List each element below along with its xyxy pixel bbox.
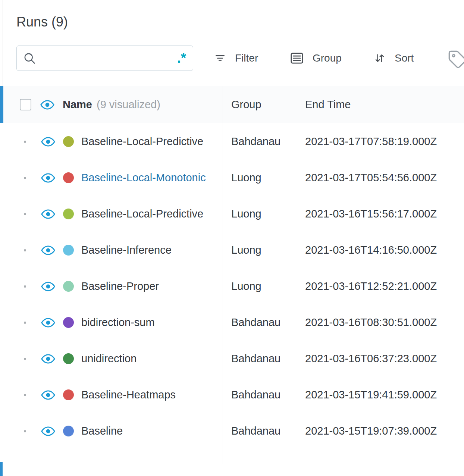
column-header-group[interactable]: Group: [231, 86, 261, 123]
run-group-cell: Luong: [231, 160, 261, 196]
run-color-dot[interactable]: [63, 317, 74, 328]
run-color-dot[interactable]: [63, 136, 74, 147]
run-end-time-cell: 2021-03-16T14:16:50.000Z: [305, 232, 437, 268]
run-end-time-cell: 2021-03-16T12:52:21.000Z: [305, 268, 437, 304]
table-row: Baseline-Proper Luong 2021-03-16T12:52:2…: [0, 268, 464, 304]
table-row: Baseline-Inference Luong 2021-03-16T14:1…: [0, 232, 464, 268]
run-visibility-eye-icon[interactable]: [41, 136, 55, 147]
search-input[interactable]: [41, 52, 176, 64]
group-button[interactable]: Group: [290, 46, 342, 71]
toggle-all-visibility-eye-icon[interactable]: [40, 99, 54, 110]
drag-handle-icon[interactable]: [24, 141, 26, 143]
run-name[interactable]: bidirection-sum: [81, 304, 155, 341]
group-label: Group: [313, 52, 342, 64]
search-box: .*: [16, 46, 193, 71]
header-column-divider: [296, 88, 296, 121]
drag-handle-icon[interactable]: [24, 249, 26, 251]
run-color-dot[interactable]: [63, 389, 74, 400]
run-group-cell: Luong: [231, 196, 261, 232]
run-end-time-cell: 2021-03-17T05:54:56.000Z: [305, 160, 437, 196]
run-group-cell: Luong: [231, 268, 261, 304]
group-icon: [290, 52, 304, 64]
visualized-count-note: (9 visualized): [97, 98, 160, 111]
run-name[interactable]: Baseline-Local-Predictive: [81, 123, 203, 160]
run-group-cell: Bahdanau: [231, 123, 280, 160]
tag-icon: [448, 50, 464, 69]
run-end-time-cell: 2021-03-15T19:07:39.000Z: [305, 413, 437, 449]
run-visibility-eye-icon[interactable]: [41, 389, 55, 401]
run-end-time-cell: 2021-03-16T15:56:17.000Z: [305, 196, 437, 232]
filter-icon: [214, 52, 226, 64]
run-name[interactable]: Baseline-Local-Predictive: [81, 196, 203, 232]
run-color-dot[interactable]: [63, 281, 74, 292]
sort-icon: [374, 52, 386, 64]
run-color-dot[interactable]: [63, 245, 74, 256]
table-row: Baseline-Local-Predictive Bahdanau 2021-…: [0, 123, 464, 160]
run-end-time-cell: 2021-03-16T06:37:23.000Z: [305, 341, 437, 377]
run-visibility-eye-icon[interactable]: [41, 281, 55, 292]
drag-handle-icon[interactable]: [24, 177, 26, 179]
run-name[interactable]: unidirection: [81, 341, 137, 377]
table-body: Baseline-Local-Predictive Bahdanau 2021-…: [0, 123, 464, 449]
run-group-cell: Bahdanau: [231, 304, 280, 341]
sort-label: Sort: [395, 52, 414, 64]
drag-handle-icon[interactable]: [24, 394, 26, 396]
column-header-name[interactable]: Name (9 visualized): [63, 86, 160, 123]
run-name[interactable]: Baseline-Heatmaps: [81, 377, 176, 413]
run-visibility-eye-icon[interactable]: [41, 317, 55, 328]
run-color-dot[interactable]: [63, 209, 74, 219]
table-row: Baseline-Local-Monotonic Luong 2021-03-1…: [0, 160, 464, 196]
table-row: bidirection-sum Bahdanau 2021-03-16T08:3…: [0, 304, 464, 341]
sort-button[interactable]: Sort: [374, 46, 414, 71]
runs-panel: Runs (9) .* Filter: [0, 0, 464, 476]
search-icon: [23, 51, 36, 65]
column-header-end-time[interactable]: End Time: [305, 86, 351, 123]
filter-label: Filter: [235, 52, 258, 64]
drag-handle-icon[interactable]: [24, 430, 26, 432]
run-visibility-eye-icon[interactable]: [41, 245, 55, 256]
bottom-accent-bar: [0, 462, 3, 476]
drag-handle-icon[interactable]: [24, 285, 26, 288]
run-end-time-cell: 2021-03-15T19:41:59.000Z: [305, 377, 437, 413]
run-name[interactable]: Baseline-Inference: [81, 232, 172, 268]
run-color-dot[interactable]: [63, 426, 74, 436]
run-visibility-eye-icon[interactable]: [41, 426, 55, 437]
page-title: Runs (9): [16, 14, 68, 30]
run-end-time-cell: 2021-03-16T08:30:51.000Z: [305, 304, 437, 341]
table-header: Name (9 visualized) Group End Time: [0, 86, 464, 123]
run-group-cell: Luong: [231, 232, 261, 268]
run-visibility-eye-icon[interactable]: [41, 209, 55, 220]
filter-button[interactable]: Filter: [214, 46, 258, 71]
select-all-checkbox[interactable]: [20, 99, 31, 110]
table-row: Baseline Bahdanau 2021-03-15T19:07:39.00…: [0, 413, 464, 449]
run-color-dot[interactable]: [63, 172, 74, 183]
header-accent-bar: [0, 86, 3, 123]
run-name[interactable]: Baseline-Proper: [81, 268, 159, 304]
run-name[interactable]: Baseline: [81, 413, 123, 449]
panel-left-border: [3, 0, 3, 86]
table-row: Baseline-Local-Predictive Luong 2021-03-…: [0, 196, 464, 232]
run-visibility-eye-icon[interactable]: [41, 172, 55, 184]
drag-handle-icon[interactable]: [24, 213, 26, 215]
run-group-cell: Bahdanau: [231, 341, 280, 377]
run-visibility-eye-icon[interactable]: [41, 353, 55, 364]
drag-handle-icon[interactable]: [24, 322, 26, 324]
regex-toggle[interactable]: .*: [176, 52, 187, 64]
drag-handle-icon[interactable]: [24, 358, 26, 360]
table-row: unidirection Bahdanau 2021-03-16T06:37:2…: [0, 341, 464, 377]
run-end-time-cell: 2021-03-17T07:58:19.000Z: [305, 123, 437, 160]
run-group-cell: Bahdanau: [231, 413, 280, 449]
run-color-dot[interactable]: [63, 353, 74, 364]
tags-button[interactable]: [448, 50, 464, 68]
run-group-cell: Bahdanau: [231, 377, 280, 413]
run-name[interactable]: Baseline-Local-Monotonic: [81, 160, 206, 196]
table-row: Baseline-Heatmaps Bahdanau 2021-03-15T19…: [0, 377, 464, 413]
